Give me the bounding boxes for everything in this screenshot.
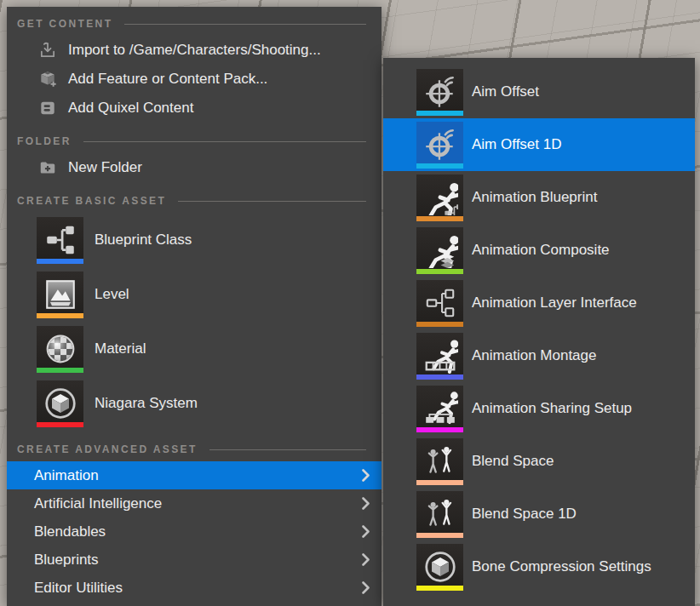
submenu-item-blend-space-1d[interactable]: Blend Space 1D bbox=[383, 488, 695, 540]
chevron-right-icon bbox=[361, 581, 370, 594]
advanced-item-label: Artificial Intelligence bbox=[34, 495, 361, 512]
submenu-item-label: Animation Blueprint bbox=[472, 189, 597, 206]
section-header-folder: FOLDER bbox=[7, 129, 382, 153]
menu-item-label: Import to /Game/Characters/Shooting... bbox=[68, 42, 321, 59]
bone-compression-icon bbox=[416, 544, 463, 591]
asset-color-bar bbox=[416, 322, 463, 327]
asset-color-bar bbox=[37, 313, 83, 318]
advanced-item-foliage[interactable]: Foliage bbox=[7, 602, 382, 606]
chevron-right-icon bbox=[361, 553, 370, 566]
submenu-item-label: Animation Composite bbox=[472, 242, 610, 259]
submenu-item-label: Bone Compression Settings bbox=[472, 558, 651, 575]
submenu-item-label: Blend Space bbox=[472, 453, 554, 470]
animation-composite-icon bbox=[416, 227, 463, 274]
submenu-item-label: Aim Offset 1D bbox=[472, 136, 562, 153]
new-folder-icon bbox=[37, 158, 58, 177]
section-divider bbox=[83, 141, 366, 142]
blend-space-icon bbox=[416, 438, 463, 485]
asset-color-bar bbox=[416, 111, 463, 116]
animation-blueprint-icon bbox=[416, 174, 463, 221]
menu-item-label: Add Quixel Content bbox=[68, 100, 193, 117]
section-header-label: GET CONTENT bbox=[17, 18, 112, 30]
advanced-item-label: Animation bbox=[34, 467, 361, 484]
asset-color-bar bbox=[37, 368, 83, 373]
submenu-item-animation-montage[interactable]: Animation Montage bbox=[383, 329, 695, 382]
animation-submenu-panel: Aim Offset Aim Offset 1D Animation Bluep… bbox=[383, 58, 695, 606]
submenu-item-blend-space[interactable]: Blend Space bbox=[383, 435, 695, 488]
level-icon bbox=[37, 272, 83, 318]
section-header-create-advanced-asset: CREATE ADVANCED ASSET bbox=[7, 437, 382, 461]
niagara-system-icon bbox=[37, 380, 83, 427]
chevron-right-icon bbox=[361, 469, 370, 482]
asset-item-label: Level bbox=[95, 286, 129, 303]
animation-layer-interface-icon bbox=[416, 280, 463, 327]
aim-offset-icon bbox=[416, 69, 463, 116]
asset-color-bar bbox=[416, 533, 463, 538]
section-header-create-basic-asset: CREATE BASIC ASSET bbox=[7, 189, 382, 213]
advanced-item-blendables[interactable]: Blendables bbox=[7, 517, 382, 546]
blend-space-icon bbox=[416, 491, 463, 538]
package-plus-icon bbox=[37, 70, 58, 89]
submenu-item-animation-blueprint[interactable]: Animation Blueprint bbox=[383, 171, 695, 224]
asset-item-material[interactable]: Material bbox=[7, 322, 382, 376]
asset-item-level[interactable]: Level bbox=[7, 267, 382, 322]
submenu-item-label: Blend Space 1D bbox=[472, 506, 577, 523]
submenu-item-animation-composite[interactable]: Animation Composite bbox=[383, 224, 695, 277]
section-divider bbox=[178, 201, 366, 202]
asset-item-blueprint-class[interactable]: Blueprint Class bbox=[7, 213, 382, 267]
section-header-label: CREATE ADVANCED ASSET bbox=[17, 443, 198, 455]
advanced-item-editor-utilities[interactable]: Editor Utilities bbox=[7, 574, 382, 602]
asset-item-label: Blueprint Class bbox=[95, 232, 192, 249]
asset-color-bar bbox=[416, 374, 463, 380]
asset-color-bar bbox=[416, 586, 463, 591]
submenu-item-animation-sharing-setup[interactable]: Animation Sharing Setup bbox=[383, 382, 695, 435]
animation-sharing-setup-icon bbox=[416, 386, 463, 432]
menu-item-label: New Folder bbox=[68, 159, 142, 176]
menu-item-import[interactable]: Import to /Game/Characters/Shooting... bbox=[7, 36, 382, 65]
import-icon bbox=[37, 41, 58, 60]
quixel-bridge-icon bbox=[37, 99, 58, 117]
advanced-item-animation[interactable]: Animation bbox=[7, 461, 382, 489]
menu-item-add-quixel[interactable]: Add Quixel Content bbox=[7, 94, 382, 123]
submenu-item-aim-offset-1d[interactable]: Aim Offset 1D bbox=[383, 118, 695, 171]
asset-item-label: Material bbox=[95, 340, 146, 357]
section-header-label: CREATE BASIC ASSET bbox=[17, 195, 166, 207]
advanced-item-blueprints[interactable]: Blueprints bbox=[7, 546, 382, 574]
submenu-item-label: Animation Sharing Setup bbox=[472, 400, 632, 417]
asset-color-bar bbox=[37, 422, 83, 427]
submenu-item-label: Aim Offset bbox=[472, 83, 539, 100]
asset-color-bar bbox=[416, 269, 463, 274]
submenu-item-animation-layer-interface[interactable]: Animation Layer Interface bbox=[383, 277, 695, 329]
section-header-get-content: GET CONTENT bbox=[7, 12, 382, 36]
aim-offset-icon bbox=[416, 122, 463, 169]
submenu-item-aim-offset[interactable]: Aim Offset bbox=[383, 66, 695, 118]
asset-color-bar bbox=[416, 427, 463, 432]
asset-item-niagara-system[interactable]: Niagara System bbox=[7, 376, 382, 431]
asset-color-bar bbox=[416, 163, 463, 169]
advanced-item-artificial-intelligence[interactable]: Artificial Intelligence bbox=[7, 489, 382, 517]
material-icon bbox=[37, 326, 83, 373]
menu-item-label: Add Feature or Content Pack... bbox=[68, 71, 267, 88]
add-new-menu-panel: GET CONTENT Import to /Game/Characters/S… bbox=[7, 7, 382, 606]
blueprint-class-icon bbox=[37, 217, 83, 264]
asset-color-bar bbox=[416, 480, 463, 485]
submenu-item-label: Animation Layer Interface bbox=[472, 294, 637, 312]
advanced-item-label: Editor Utilities bbox=[34, 580, 361, 597]
asset-color-bar bbox=[37, 259, 83, 264]
advanced-item-label: Blueprints bbox=[34, 552, 361, 569]
section-header-label: FOLDER bbox=[17, 135, 72, 147]
animation-montage-icon bbox=[416, 333, 463, 380]
section-divider bbox=[209, 449, 366, 450]
menu-item-new-folder[interactable]: New Folder bbox=[7, 153, 382, 182]
submenu-item-bone-compression-settings[interactable]: Bone Compression Settings bbox=[383, 540, 695, 593]
submenu-item-label: Animation Montage bbox=[472, 347, 596, 364]
asset-color-bar bbox=[416, 216, 463, 221]
chevron-right-icon bbox=[361, 497, 370, 510]
chevron-right-icon bbox=[361, 525, 370, 538]
menu-item-add-feature[interactable]: Add Feature or Content Pack... bbox=[7, 65, 382, 94]
advanced-item-label: Blendables bbox=[34, 523, 361, 540]
asset-item-label: Niagara System bbox=[95, 395, 198, 412]
section-divider bbox=[124, 24, 366, 25]
